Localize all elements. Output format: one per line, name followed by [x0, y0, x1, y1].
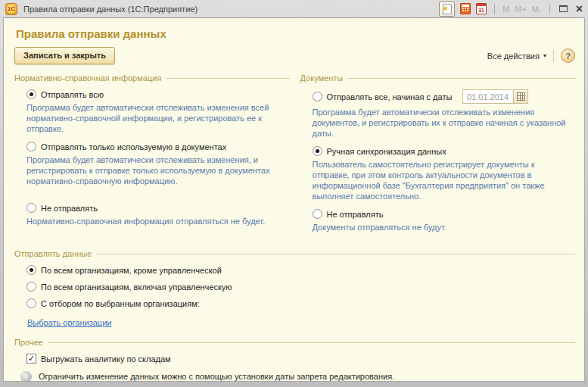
date-picker-button[interactable]: [514, 89, 528, 104]
radio-icon: [26, 265, 36, 275]
memory-m-minus-button: М-: [532, 5, 542, 14]
radio-label: По всем организациям, кроме управленческ…: [41, 266, 222, 275]
start-date-field: 01.01.2014: [462, 89, 528, 104]
radio-label: Не отправлять: [41, 204, 98, 213]
save-close-button[interactable]: Записать и закрыть: [14, 47, 115, 64]
radio-docs-send-from-date[interactable]: Отправлять все, начиная с даты 01.01.201…: [313, 89, 576, 104]
select-organizations-link[interactable]: Выбрать организации: [27, 318, 111, 327]
radio-label: По всем организациям, включая управленче…: [41, 282, 232, 292]
help-button[interactable]: ?: [561, 48, 575, 63]
memory-m-plus-button: М+: [515, 5, 527, 14]
checkbox-label: Выгружать аналитику по складам: [41, 354, 171, 364]
radio-icon: [313, 92, 322, 101]
date-input[interactable]: 01.01.2014: [462, 89, 514, 104]
option-description: Документы отправляться не будут.: [313, 222, 568, 233]
radio-selected-orgs[interactable]: С отбором по выбранным организациям:: [26, 298, 575, 308]
window-title: Правила отправки данных (1С:Предприятие): [23, 5, 198, 14]
option-description: Нормативно-справочная информация отправл…: [26, 216, 282, 226]
radio-docs-manual-sync[interactable]: Ручная синхронизация данных: [313, 146, 576, 156]
section-rule: [96, 254, 575, 254]
maximize-button[interactable]: [559, 5, 568, 12]
radio-icon: [26, 298, 36, 308]
radio-label: Отправлять всю: [41, 90, 104, 99]
radio-icon: [26, 89, 36, 99]
section-rule: [347, 78, 575, 79]
close-button[interactable]: ×: [576, 4, 583, 14]
documents-section: Документы Отправлять все, начиная с даты…: [300, 72, 576, 240]
radio-all-orgs-including-management[interactable]: По всем организациям, включая управленче…: [26, 282, 575, 292]
calculator-icon: [460, 3, 471, 14]
info-note: i Ограничить изменение данных можно с по…: [20, 372, 575, 382]
toolbar-separator: [553, 50, 554, 62]
1c-logo-text: 1С: [6, 5, 17, 12]
radio-label: Отправлять только используемую в докумен…: [41, 142, 226, 151]
radio-all-orgs-except-management[interactable]: По всем организациям, кроме управленческ…: [26, 265, 575, 275]
nsi-section-title: Нормативно-справочная информация: [14, 73, 161, 83]
calculator-button[interactable]: [460, 3, 471, 14]
memory-m-button: М: [502, 5, 509, 14]
window-titlebar[interactable]: 1С Правила отправки данных (1С:Предприят…: [3, 0, 585, 17]
option-description: Программа будет автоматически отслеживат…: [26, 154, 282, 186]
favorites-star-icon: ★: [443, 4, 452, 14]
info-text: Ограничить изменение данных можно с помо…: [39, 372, 394, 381]
checkbox-icon: ✓: [26, 354, 36, 364]
radio-label: Не отправлять: [327, 210, 384, 219]
1c-logo-icon: 1С: [5, 3, 17, 15]
radio-nsi-dont-send[interactable]: Не отправлять: [26, 203, 290, 213]
documents-section-title: Документы: [300, 73, 344, 83]
radio-icon: [26, 203, 36, 213]
calendar-icon: 31: [476, 3, 487, 14]
send-data-section: Отправлять данные По всем организациям, …: [14, 249, 575, 329]
chevron-down-icon: ▾: [543, 52, 546, 59]
page-title: Правила отправки данных: [16, 27, 575, 40]
all-actions-label: Все действия: [487, 51, 540, 61]
radio-docs-dont-send[interactable]: Не отправлять: [313, 209, 576, 219]
favorites-button[interactable]: ★: [439, 2, 455, 17]
radio-nsi-send-used[interactable]: Отправлять только используемую в докумен…: [26, 142, 290, 151]
all-actions-button[interactable]: Все действия ▾: [487, 51, 546, 61]
radio-label: Отправлять все, начиная с даты: [327, 92, 453, 101]
send-data-section-header: Отправлять данные: [14, 249, 575, 258]
send-data-section-title: Отправлять данные: [14, 249, 92, 258]
radio-icon: [313, 146, 322, 156]
radio-nsi-send-all[interactable]: Отправлять всю: [26, 89, 290, 99]
other-section-title: Прочее: [14, 338, 43, 347]
nsi-section: Нормативно-справочная информация Отправл…: [14, 72, 290, 240]
radio-icon: [26, 282, 36, 292]
checkbox-export-warehouse-analytics[interactable]: ✓ Выгружать аналитику по складам: [26, 354, 575, 364]
radio-label: С отбором по выбранным организациям:: [41, 299, 200, 308]
form-content: Правила отправки данных Записать и закры…: [3, 17, 585, 382]
other-section-header: Прочее: [14, 338, 575, 347]
section-rule: [166, 78, 289, 79]
app-window: 1С Правила отправки данных (1С:Предприят…: [0, 0, 588, 387]
option-description: Программа будет автоматически отслеживат…: [313, 107, 568, 139]
radio-label: Ручная синхронизация данных: [327, 147, 446, 156]
other-section: Прочее ✓ Выгружать аналитику по складам …: [14, 338, 575, 382]
calendar-grid-icon: [517, 92, 525, 101]
nsi-section-header: Нормативно-справочная информация: [14, 73, 290, 83]
info-icon: i: [20, 371, 32, 382]
radio-icon: [313, 209, 322, 219]
radio-icon: [26, 142, 36, 151]
documents-section-header: Документы: [300, 73, 576, 83]
option-description: Пользователь самостоятельно регистрирует…: [313, 159, 568, 201]
calendar-button[interactable]: 31: [476, 3, 487, 14]
section-rule: [48, 342, 575, 343]
option-description: Программа будет автоматически отслеживат…: [26, 102, 282, 134]
form-toolbar: Записать и закрыть Все действия ▾ ?: [14, 47, 575, 64]
